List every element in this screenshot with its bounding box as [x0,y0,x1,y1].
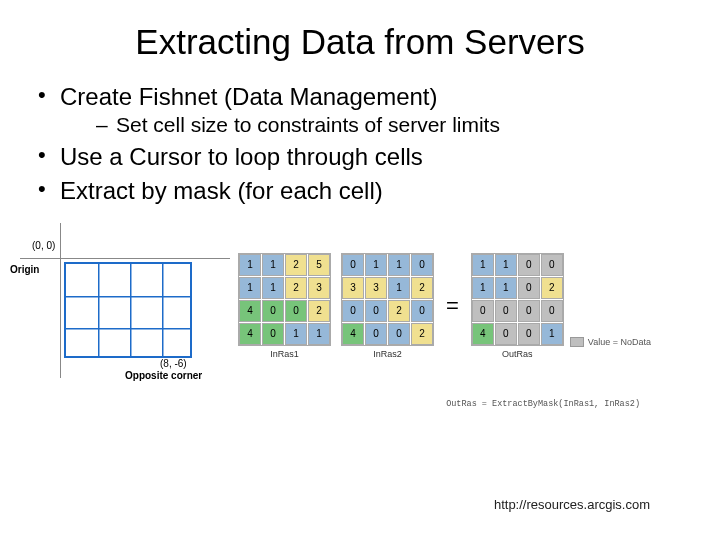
nodata-swatch [570,337,584,347]
raster-cell: 1 [262,277,284,299]
raster-cell: 1 [472,277,494,299]
bullet-1-sub: Set cell size to constraints of server l… [96,113,682,137]
raster-cell: 0 [365,300,387,322]
nodata-legend: Value = NoData [570,337,651,347]
raster-cell: 0 [518,323,540,345]
raster-cell: 5 [308,254,330,276]
fishnet-v-axis [60,223,61,378]
fishnet-diagram: (0, 0) Origin (8, -6) Opposite corner [10,218,230,393]
fishnet-h-axis [20,258,230,259]
raster-outras: 1100110200004001OutRas [471,253,564,359]
raster-cell: 1 [495,254,517,276]
raster-cell: 2 [541,277,563,299]
raster-cell: 3 [308,277,330,299]
raster-cell: 1 [308,323,330,345]
raster-cell: 1 [285,323,307,345]
fishnet-grid [64,262,192,358]
raster-cell: 2 [411,277,433,299]
raster-cell: 0 [262,323,284,345]
raster-cell: 1 [388,254,410,276]
raster-cell: 0 [495,323,517,345]
raster-inras2: 0110331200204002InRas2 [341,253,434,359]
raster-cell: 1 [388,277,410,299]
raster-cell: 3 [365,277,387,299]
raster-cell: 0 [342,300,364,322]
raster-cell: 1 [541,323,563,345]
raster-cell: 0 [495,300,517,322]
raster-cell: 4 [239,300,261,322]
raster-grid: 0110331200204002 [341,253,434,346]
raster-cell: 2 [285,277,307,299]
raster-cell: 0 [472,300,494,322]
origin-coord-label: (0, 0) [32,240,55,251]
raster-matrices: 1125112340024011InRas10110331200204002In… [238,253,655,359]
raster-cell: 2 [388,300,410,322]
raster-cell: 4 [472,323,494,345]
raster-label: OutRas [471,349,564,359]
opposite-coord-label: (8, -6) [160,358,187,369]
raster-cell: 4 [342,323,364,345]
raster-cell: 2 [308,300,330,322]
raster-cell: 3 [342,277,364,299]
raster-cell: 4 [239,323,261,345]
raster-cell: 0 [518,300,540,322]
raster-cell: 2 [285,254,307,276]
raster-label: InRas2 [341,349,434,359]
footer-url: http://resources.arcgis.com [494,497,650,512]
raster-cell: 0 [518,277,540,299]
opposite-label: Opposite corner [125,370,202,381]
raster-cell: 0 [262,300,284,322]
raster-cell: 1 [365,254,387,276]
raster-cell: 1 [495,277,517,299]
slide-title: Extracting Data from Servers [0,0,720,62]
raster-cell: 0 [541,300,563,322]
bullet-1-text: Create Fishnet (Data Management) [60,83,438,110]
bullet-2: Use a Cursor to loop through cells [38,140,682,174]
raster-cell: 0 [365,323,387,345]
raster-cell: 0 [388,323,410,345]
raster-cell: 0 [285,300,307,322]
bullet-1: Create Fishnet (Data Management) Set cel… [38,80,682,140]
raster-cell: 1 [239,277,261,299]
raster-cell: 0 [541,254,563,276]
raster-grid: 1100110200004001 [471,253,564,346]
figure-row: (0, 0) Origin (8, -6) Opposite corner 11… [0,208,720,393]
raster-cell: 0 [518,254,540,276]
raster-cell: 0 [411,254,433,276]
raster-cell: 1 [239,254,261,276]
raster-label: InRas1 [238,349,331,359]
slide-body: Create Fishnet (Data Management) Set cel… [0,62,720,208]
nodata-legend-text: Value = NoData [588,337,651,347]
raster-cell: 2 [411,323,433,345]
equals-sign: = [444,293,461,319]
raster-cell: 1 [472,254,494,276]
bullet-3: Extract by mask (for each cell) [38,174,682,208]
raster-cell: 0 [342,254,364,276]
raster-cell: 0 [411,300,433,322]
origin-label: Origin [10,264,39,275]
code-caption: OutRas = ExtractByMask(InRas1, InRas2) [0,399,720,409]
raster-cell: 1 [262,254,284,276]
raster-grid: 1125112340024011 [238,253,331,346]
raster-inras1: 1125112340024011InRas1 [238,253,331,359]
